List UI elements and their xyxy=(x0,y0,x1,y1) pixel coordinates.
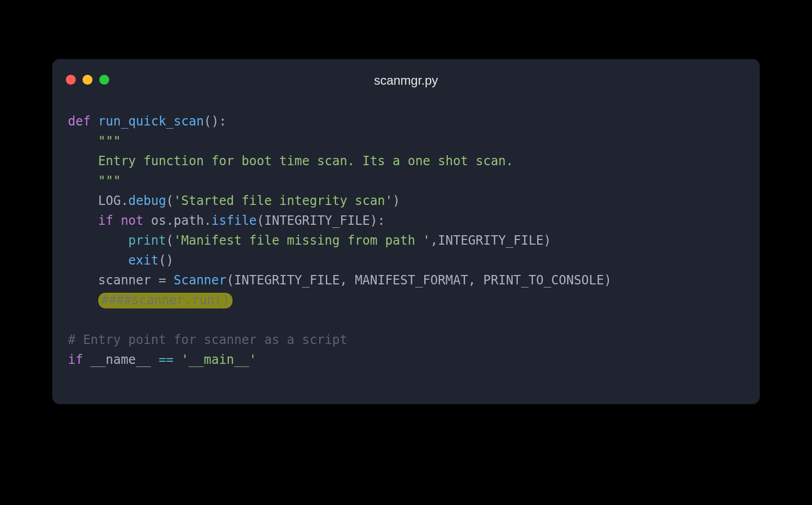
ident-scanner: scanner xyxy=(98,273,151,288)
method-debug: debug xyxy=(129,193,166,208)
const: PRINT_TO_CONSOLE xyxy=(483,273,604,288)
comment-line: # Entry point for scanner as a script xyxy=(68,332,347,347)
punct: ) xyxy=(604,273,611,288)
const-integrity-file: INTEGRITY_FILE xyxy=(264,213,370,228)
traffic-lights xyxy=(66,75,109,85)
const: MANIFEST_FORMAT xyxy=(355,273,468,288)
punct: . xyxy=(121,193,128,208)
code-editor[interactable]: def run_quick_scan(): """ Entry function… xyxy=(52,93,760,385)
class-scanner: Scanner xyxy=(173,273,226,288)
punct: ): xyxy=(370,213,385,228)
comment-hashes: #### xyxy=(101,293,132,307)
punct: ( xyxy=(226,273,234,288)
ident-log: LOG xyxy=(98,193,121,208)
string-literal: 'Manifest file missing from path ' xyxy=(173,233,430,248)
punct: ) xyxy=(392,193,400,208)
docstring-body: Entry function for boot time scan. Its a… xyxy=(98,154,514,168)
kw-def: def xyxy=(68,114,90,129)
punct: . xyxy=(166,213,173,228)
punct: ( xyxy=(166,233,173,248)
punct: , xyxy=(431,233,438,248)
punct: () xyxy=(158,253,173,268)
string-main: '__main__' xyxy=(181,352,257,367)
kw-not: not xyxy=(121,213,143,228)
punct: ) xyxy=(543,233,551,248)
titlebar: scanmgr.py xyxy=(52,59,760,93)
string-literal: 'Started file integrity scan' xyxy=(173,193,392,208)
const: INTEGRITY_FILE xyxy=(234,273,340,288)
highlighted-comment-line: ####scanner.run() xyxy=(98,293,233,308)
punct: ( xyxy=(257,213,264,228)
builtin-exit: exit xyxy=(129,253,159,268)
close-icon[interactable] xyxy=(66,75,76,85)
punct: ( xyxy=(166,193,173,208)
kw-if: if xyxy=(68,352,83,367)
docstring-close: """ xyxy=(98,174,121,188)
dunder-name: __name__ xyxy=(90,352,151,367)
punct: , xyxy=(340,273,355,288)
ident-path: path xyxy=(173,213,204,228)
docstring-open: """ xyxy=(98,134,121,148)
punct: , xyxy=(468,273,483,288)
window-title: scanmgr.py xyxy=(374,64,438,88)
fn-name: run_quick_scan xyxy=(98,114,204,129)
editor-window: scanmgr.py def run_quick_scan(): """ Ent… xyxy=(52,59,760,404)
op-assign: = xyxy=(151,273,173,288)
punct: (): xyxy=(204,114,226,129)
builtin-print: print xyxy=(129,233,166,248)
punct: . xyxy=(204,213,211,228)
op-eq: == xyxy=(151,352,181,367)
const-integrity-file: INTEGRITY_FILE xyxy=(438,233,543,248)
minimize-icon[interactable] xyxy=(83,75,92,85)
comment-text: scanner.run() xyxy=(132,293,230,307)
zoom-icon[interactable] xyxy=(99,75,109,85)
ident-os: os xyxy=(151,213,166,228)
method-isfile: isfile xyxy=(212,213,257,228)
kw-if: if xyxy=(98,213,113,228)
